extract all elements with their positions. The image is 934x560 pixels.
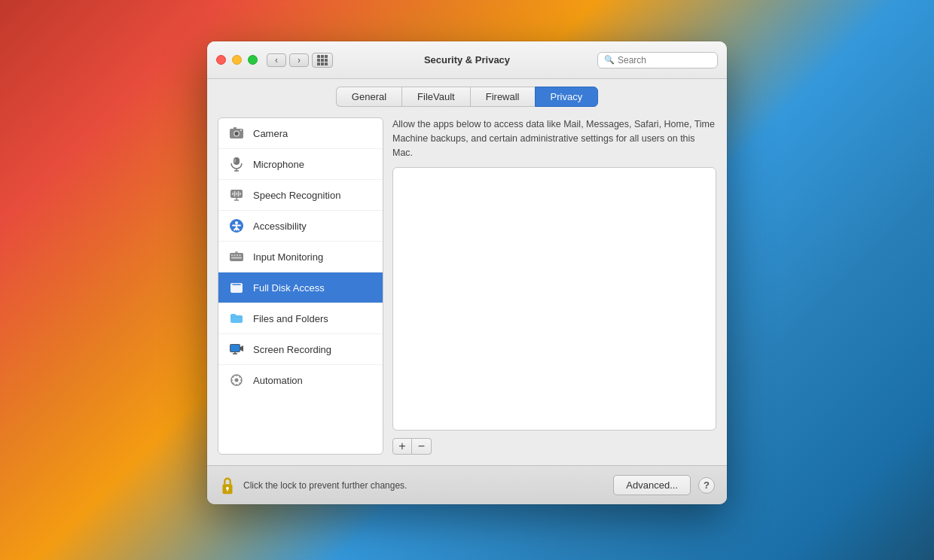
automation-icon bbox=[227, 371, 246, 389]
add-app-button[interactable]: + bbox=[392, 438, 412, 455]
svg-rect-23 bbox=[235, 251, 238, 253]
search-input[interactable] bbox=[618, 55, 711, 65]
svg-point-4 bbox=[240, 129, 242, 131]
sidebar-label-automation: Automation bbox=[253, 375, 303, 386]
sidebar-label-full-disk-access: Full Disk Access bbox=[253, 282, 325, 294]
camera-icon bbox=[227, 124, 246, 142]
svg-rect-27 bbox=[230, 345, 240, 352]
svg-marker-28 bbox=[240, 345, 243, 352]
svg-rect-8 bbox=[234, 159, 236, 163]
sidebar-label-accessibility: Accessibility bbox=[253, 221, 307, 232]
lock-icon[interactable] bbox=[219, 476, 236, 495]
svg-point-42 bbox=[226, 486, 229, 489]
maximize-button[interactable] bbox=[248, 55, 258, 65]
screen-recording-icon bbox=[227, 340, 246, 358]
svg-point-32 bbox=[235, 379, 239, 382]
sidebar: Camera Microphone bbox=[218, 117, 383, 455]
svg-line-38 bbox=[240, 383, 240, 384]
grid-view-button[interactable] bbox=[312, 53, 333, 68]
sidebar-item-automation[interactable]: Automation bbox=[218, 365, 383, 395]
sidebar-item-accessibility[interactable]: Accessibility bbox=[218, 211, 383, 242]
content-description: Allow the apps below to access data like… bbox=[392, 117, 716, 160]
sidebar-item-speech-recognition[interactable]: Speech Recognition bbox=[218, 180, 383, 211]
title-bar: ‹ › Security & Privacy 🔍 bbox=[207, 41, 727, 79]
advanced-button[interactable]: Advanced... bbox=[613, 475, 691, 495]
svg-rect-22 bbox=[231, 257, 242, 259]
speech-recognition-icon bbox=[227, 186, 246, 204]
input-monitoring-icon bbox=[227, 248, 246, 266]
main-content: Camera Microphone bbox=[207, 107, 727, 465]
forward-button[interactable]: › bbox=[289, 53, 309, 67]
sidebar-item-screen-recording[interactable]: Screen Recording bbox=[218, 334, 383, 365]
help-button[interactable]: ? bbox=[698, 477, 715, 494]
sidebar-label-microphone: Microphone bbox=[253, 159, 304, 170]
full-disk-access-icon bbox=[227, 278, 246, 297]
apps-list bbox=[392, 167, 716, 431]
svg-rect-3 bbox=[233, 127, 237, 129]
sidebar-item-input-monitoring[interactable]: Input Monitoring bbox=[218, 242, 383, 272]
microphone-icon bbox=[227, 155, 246, 173]
sidebar-label-input-monitoring: Input Monitoring bbox=[253, 251, 323, 263]
svg-line-39 bbox=[240, 376, 240, 377]
svg-rect-21 bbox=[240, 254, 241, 256]
accessibility-icon bbox=[227, 217, 246, 235]
tab-privacy[interactable]: Privacy bbox=[535, 87, 599, 107]
traffic-lights bbox=[216, 55, 258, 65]
sidebar-item-microphone[interactable]: Microphone bbox=[218, 149, 383, 180]
footer-lock-text: Click the lock to prevent further change… bbox=[243, 480, 606, 491]
content-area: Allow the apps below to access data like… bbox=[392, 117, 716, 455]
list-actions: + − bbox=[392, 438, 716, 455]
sidebar-item-camera[interactable]: Camera bbox=[218, 118, 383, 149]
tab-filevault[interactable]: FileVault bbox=[401, 87, 470, 107]
minimize-button[interactable] bbox=[232, 55, 242, 65]
search-bar[interactable]: 🔍 bbox=[597, 52, 718, 68]
nav-buttons: ‹ › bbox=[267, 53, 309, 67]
svg-rect-20 bbox=[237, 254, 238, 256]
remove-app-button[interactable]: − bbox=[412, 438, 432, 455]
svg-line-40 bbox=[233, 383, 233, 384]
footer: Click the lock to prevent further change… bbox=[207, 465, 727, 504]
tab-firewall[interactable]: Firewall bbox=[470, 87, 535, 107]
sidebar-label-files-and-folders: Files and Folders bbox=[253, 313, 328, 324]
svg-rect-19 bbox=[234, 254, 236, 256]
sidebar-item-files-and-folders[interactable]: Files and Folders bbox=[218, 303, 383, 334]
sidebar-item-full-disk-access[interactable]: Full Disk Access bbox=[218, 272, 383, 303]
search-icon: 🔍 bbox=[604, 55, 615, 65]
tab-general[interactable]: General bbox=[336, 87, 401, 107]
sidebar-label-screen-recording: Screen Recording bbox=[253, 344, 331, 355]
back-button[interactable]: ‹ bbox=[267, 53, 286, 67]
svg-point-16 bbox=[235, 221, 238, 224]
sidebar-label-camera: Camera bbox=[253, 128, 288, 139]
system-preferences-window: ‹ › Security & Privacy 🔍 General FileVau… bbox=[207, 41, 727, 504]
svg-point-2 bbox=[235, 132, 239, 135]
svg-rect-25 bbox=[232, 287, 241, 291]
svg-rect-18 bbox=[231, 254, 233, 256]
files-and-folders-icon bbox=[227, 309, 246, 327]
window-title: Security & Privacy bbox=[424, 54, 510, 65]
sidebar-label-speech-recognition: Speech Recognition bbox=[253, 190, 340, 201]
svg-line-37 bbox=[233, 376, 233, 377]
grid-icon bbox=[317, 55, 328, 65]
close-button[interactable] bbox=[216, 55, 226, 65]
tab-bar: General FileVault Firewall Privacy bbox=[207, 79, 727, 107]
